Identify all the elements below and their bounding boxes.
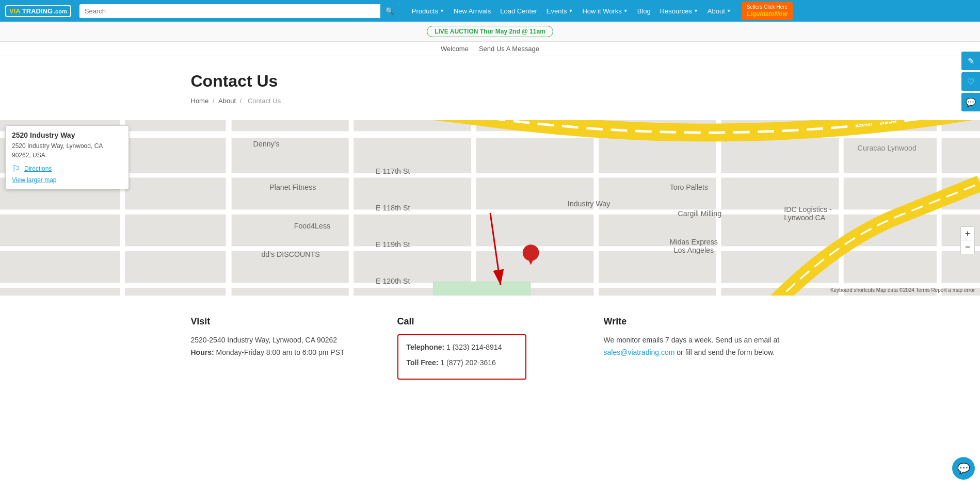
- map-address-detail: 2520 Industry Way, Lynwood, CA90262, USA: [12, 141, 122, 160]
- sidebar-btn-1[interactable]: ✎: [961, 52, 980, 70]
- contact-section: Visit 2520-2540 Industry Way, Lynwood, C…: [181, 296, 800, 395]
- tollfree-value: 1 (877) 202-3616: [440, 358, 495, 367]
- telephone-label: Telephone:: [407, 343, 445, 351]
- write-text: We monitor emails 7 days a week. Send us…: [604, 334, 790, 359]
- hours-label: Hours:: [191, 348, 214, 356]
- nav-how-it-works[interactable]: How it Works ▼: [578, 5, 632, 18]
- auction-badge[interactable]: LIVE AUCTION Thur May 2nd @ 11am: [427, 26, 553, 37]
- breadcrumb-about[interactable]: About: [218, 97, 236, 105]
- logo-text: VIA TRADING.com: [5, 5, 71, 17]
- svg-text:Denny's: Denny's: [253, 140, 280, 148]
- contact-write-column: Write We monitor emails 7 days a week. S…: [604, 316, 790, 380]
- svg-rect-0: [0, 120, 980, 296]
- svg-text:Planet Fitness: Planet Fitness: [269, 183, 316, 191]
- map-info-box: 2520 Industry Way 2520 Industry Way, Lyn…: [5, 125, 129, 189]
- page-content: Contact Us Home / About / Contact Us: [181, 56, 800, 105]
- breadcrumb-home[interactable]: Home: [191, 97, 209, 105]
- visit-address: 2520-2540 Industry Way, Lynwood, CA 9026…: [191, 334, 377, 359]
- svg-text:dd's DISCOUNTS: dd's DISCOUNTS: [261, 250, 319, 258]
- search-icon: 🔍: [385, 7, 394, 15]
- breadcrumb-separator: /: [240, 97, 244, 105]
- secondary-nav-welcome[interactable]: Welcome: [441, 45, 469, 53]
- chevron-down-icon: ▼: [727, 8, 731, 13]
- view-larger-map-link[interactable]: View larger map: [12, 176, 122, 184]
- search-button[interactable]: 🔍: [380, 4, 399, 18]
- svg-text:Toro Pallets: Toro Pallets: [670, 183, 708, 191]
- search-bar: 🔍: [79, 4, 399, 18]
- svg-text:E 118th St: E 118th St: [376, 204, 410, 212]
- hours-value: Monday-Friday 8:00 am to 6:00 pm PST: [216, 348, 345, 356]
- svg-text:IDC Logistics -: IDC Logistics -: [784, 205, 832, 214]
- map-container: E 117th St E 118th St E 119th St E 120th…: [0, 120, 980, 296]
- call-heading: Call: [397, 316, 583, 327]
- visit-heading: Visit: [191, 316, 377, 327]
- write-heading: Write: [604, 316, 790, 327]
- telephone-value: 1 (323) 214-8914: [446, 343, 502, 351]
- svg-text:Los Angeles: Los Angeles: [674, 246, 714, 254]
- zoom-out-button[interactable]: −: [961, 240, 974, 254]
- chevron-down-icon: ▼: [623, 8, 628, 13]
- svg-text:E 117th St: E 117th St: [376, 167, 410, 175]
- logo[interactable]: VIA TRADING.com: [5, 5, 71, 17]
- auction-banner: LIVE AUCTION Thur May 2nd @ 11am: [0, 22, 980, 42]
- right-sidebar: ✎ ♡ 💬: [961, 52, 980, 111]
- nav-blog[interactable]: Blog: [633, 5, 655, 18]
- map-attribution: Keyboard shortcuts Map data ©2024 Terms …: [830, 287, 975, 293]
- tollfree-line: Toll Free: 1 (877) 202-3616: [407, 357, 517, 369]
- tollfree-label: Toll Free:: [407, 358, 439, 367]
- svg-text:Food4Less: Food4Less: [294, 222, 330, 230]
- search-input[interactable]: [79, 5, 380, 18]
- svg-text:Industry Way: Industry Way: [568, 200, 611, 208]
- breadcrumb-separator: /: [213, 97, 216, 105]
- directions-row: ⚐ Directions: [12, 163, 122, 174]
- nav-new-arrivals[interactable]: New Arrivals: [449, 5, 495, 18]
- call-info-box: Telephone: 1 (323) 214-8914 Toll Free: 1…: [397, 334, 526, 380]
- map-background: E 117th St E 118th St E 119th St E 120th…: [0, 120, 980, 296]
- sidebar-btn-2[interactable]: ♡: [961, 72, 980, 91]
- nav-resources[interactable]: Resources ▼: [656, 5, 702, 18]
- secondary-nav: Welcome Send Us A Message: [0, 42, 980, 56]
- nav-about[interactable]: About ▼: [703, 5, 735, 18]
- svg-text:Cargill Milling: Cargill Milling: [678, 209, 721, 218]
- map-address-title: 2520 Industry Way: [12, 131, 122, 139]
- svg-text:Curacao Lynwood: Curacao Lynwood: [858, 144, 917, 152]
- top-navigation: VIA TRADING.com 🔍 Products ▼ New Arrival…: [0, 0, 980, 22]
- nav-items: Products ▼ New Arrivals Load Center Even…: [408, 5, 735, 18]
- contact-call-column: Call Telephone: 1 (323) 214-8914 Toll Fr…: [397, 316, 583, 380]
- nav-load-center[interactable]: Load Center: [496, 5, 541, 18]
- breadcrumb-current: Contact Us: [248, 97, 281, 105]
- liquidate-now-button[interactable]: Sellers Click Here LiquidateNow: [742, 2, 793, 21]
- zoom-in-button[interactable]: +: [961, 227, 974, 240]
- svg-text:Midas Express: Midas Express: [670, 238, 718, 246]
- secondary-nav-send-message[interactable]: Send Us A Message: [479, 45, 539, 53]
- email-link[interactable]: sales@viatrading.com: [604, 348, 675, 356]
- map-zoom-controls: + −: [960, 226, 975, 254]
- directions-link[interactable]: Directions: [24, 165, 52, 172]
- sidebar-btn-3[interactable]: 💬: [961, 93, 980, 111]
- nav-products[interactable]: Products ▼: [408, 5, 448, 18]
- svg-text:E 119th St: E 119th St: [376, 240, 410, 249]
- telephone-line: Telephone: 1 (323) 214-8914: [407, 341, 517, 354]
- breadcrumb: Home / About / Contact Us: [191, 97, 790, 105]
- svg-text:E 120th St: E 120th St: [376, 277, 410, 285]
- svg-text:Lynwood CA: Lynwood CA: [784, 214, 826, 222]
- contact-visit-column: Visit 2520-2540 Industry Way, Lynwood, C…: [191, 316, 377, 380]
- chevron-down-icon: ▼: [440, 8, 444, 13]
- directions-icon: ⚐: [12, 163, 20, 174]
- nav-events[interactable]: Events ▼: [542, 5, 577, 18]
- chevron-down-icon: ▼: [694, 8, 698, 13]
- svg-text:Century Fwy: Century Fwy: [858, 120, 902, 128]
- page-title: Contact Us: [191, 72, 790, 91]
- svg-rect-21: [433, 281, 531, 296]
- chevron-down-icon: ▼: [569, 8, 573, 13]
